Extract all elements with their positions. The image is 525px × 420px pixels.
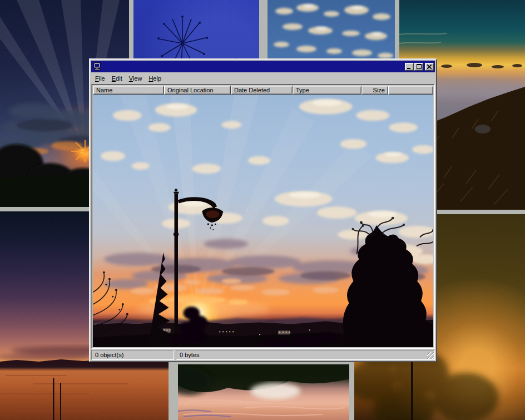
status-size-text: 0 bytes — [180, 352, 199, 358]
computer-icon — [93, 62, 102, 71]
minimize-button[interactable] — [405, 63, 414, 71]
status-bar: 0 object(s) 0 bytes — [91, 350, 435, 360]
menu-edit[interactable]: Edit — [108, 74, 126, 83]
column-header-name[interactable]: Name — [93, 86, 164, 95]
menu-view[interactable]: View — [126, 74, 146, 83]
title-bar[interactable] — [91, 61, 435, 72]
close-button[interactable] — [425, 63, 434, 71]
menu-help[interactable]: Help — [145, 74, 165, 83]
list-view-frame: Name Original Location Date Deleted Type… — [91, 84, 435, 349]
recycle-bin-window: File Edit View Help Name Original Locati… — [89, 58, 437, 362]
column-header-size[interactable]: Size — [361, 86, 388, 95]
maximize-button[interactable] — [414, 63, 423, 71]
wallpaper-photo-water-reflection — [178, 364, 349, 420]
menu-file[interactable]: File — [92, 74, 108, 83]
status-size: 0 bytes — [176, 350, 435, 360]
column-header-original-location[interactable]: Original Location — [164, 86, 231, 95]
column-header-type[interactable]: Type — [293, 86, 361, 95]
list-view-sunset-photo[interactable] — [93, 95, 433, 347]
status-object-count: 0 object(s) — [91, 350, 174, 360]
resize-grip[interactable] — [427, 352, 434, 359]
menu-bar: File Edit View Help — [91, 72, 435, 84]
column-header-date-deleted[interactable]: Date Deleted — [231, 86, 293, 95]
column-header-stub[interactable] — [388, 86, 433, 95]
column-header-row: Name Original Location Date Deleted Type… — [93, 86, 433, 95]
